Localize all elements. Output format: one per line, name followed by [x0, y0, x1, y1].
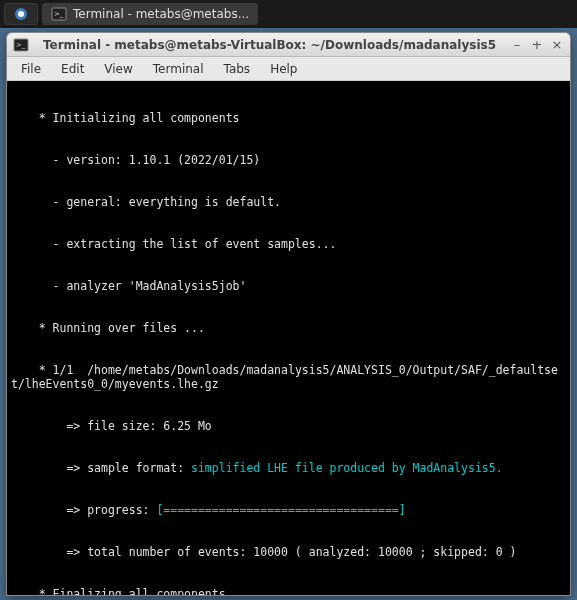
svg-text:>_: >_	[54, 10, 64, 18]
minimize-button[interactable]: –	[510, 38, 524, 52]
term-text: => sample format:	[11, 461, 191, 475]
menu-terminal[interactable]: Terminal	[143, 59, 214, 79]
term-line: - analyzer 'MadAnalysis5job'	[11, 279, 566, 293]
term-line: * Finalizing all components ...	[11, 587, 566, 595]
taskbar-task-label: Terminal - metabs@metabs...	[73, 7, 249, 21]
menu-tabs[interactable]: Tabs	[214, 59, 261, 79]
terminal-icon: >_	[51, 6, 67, 22]
taskbar-start-button[interactable]	[4, 3, 38, 25]
term-progress-bar: [==================================]	[156, 503, 405, 517]
taskbar: >_ Terminal - metabs@metabs...	[0, 0, 577, 28]
term-line: => total number of events: 10000 ( analy…	[11, 545, 566, 559]
menu-file[interactable]: File	[11, 59, 51, 79]
menu-help[interactable]: Help	[260, 59, 307, 79]
terminal-icon: >_	[13, 37, 29, 53]
maximize-button[interactable]: +	[530, 38, 544, 52]
menu-view[interactable]: View	[94, 59, 142, 79]
terminal-window: >_ Terminal - metabs@metabs-VirtualBox: …	[6, 32, 571, 596]
term-highlight: simplified LHE file produced by MadAnaly…	[191, 461, 503, 475]
term-line: - general: everything is default.	[11, 195, 566, 209]
svg-text:>_: >_	[16, 41, 26, 49]
term-line: * 1/1 /home/metabs/Downloads/madanalysis…	[11, 363, 566, 391]
titlebar[interactable]: >_ Terminal - metabs@metabs-VirtualBox: …	[7, 33, 570, 57]
term-line: - extracting the list of event samples..…	[11, 237, 566, 251]
term-text: => progress:	[11, 503, 156, 517]
term-line: => file size: 6.25 Mo	[11, 419, 566, 433]
window-controls: – + ×	[510, 38, 564, 52]
term-line: => sample format: simplified LHE file pr…	[11, 461, 566, 475]
menu-edit[interactable]: Edit	[51, 59, 94, 79]
terminal-content[interactable]: * Initializing all components - version:…	[7, 81, 570, 595]
whisker-menu-icon	[13, 6, 29, 22]
taskbar-task-terminal[interactable]: >_ Terminal - metabs@metabs...	[42, 3, 258, 25]
menubar: File Edit View Terminal Tabs Help	[7, 57, 570, 81]
term-line: * Initializing all components	[11, 111, 566, 125]
term-progress-line: => progress: [==========================…	[11, 503, 566, 517]
svg-point-1	[18, 11, 24, 17]
close-button[interactable]: ×	[550, 38, 564, 52]
window-title: Terminal - metabs@metabs-VirtualBox: ~/D…	[29, 38, 510, 52]
term-line: - version: 1.10.1 (2022/01/15)	[11, 153, 566, 167]
term-line: * Running over files ...	[11, 321, 566, 335]
